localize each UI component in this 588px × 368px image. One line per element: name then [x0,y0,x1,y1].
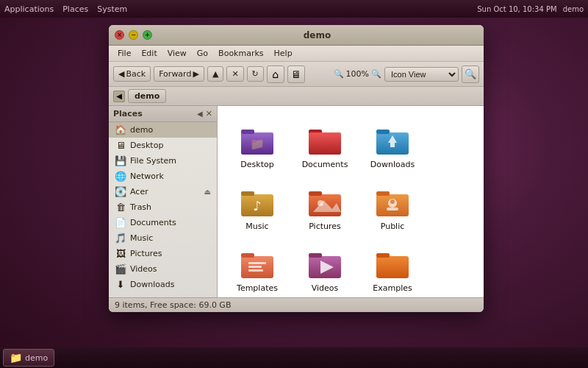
applications-menu[interactable]: Applications [4,4,54,14]
svg-rect-10 [390,143,395,147]
top-bar-right: Sun Oct 10, 10:34 PM demo [477,5,584,13]
file-item-videos[interactable]: Videos [293,237,357,296]
sidebar-item-trash[interactable]: 🗑 Trash [109,199,217,215]
svg-text:📁: 📁 [250,137,265,151]
user-label: demo [563,5,584,13]
file-label-music: Music [245,222,268,231]
file-label-videos: Videos [312,283,339,293]
home-icon: ⌂ [272,68,279,80]
close-button[interactable]: × [115,30,124,40]
taskbar-window-button[interactable]: 📁 demo [3,349,54,367]
zoom-in-icon[interactable]: 🔍 [371,69,381,79]
toolbar: ◀ Back Forward ▶ ▲ ✕ ↻ ⌂ 🖥 🔍 100% 🔍 Icon [109,62,484,87]
menu-bookmarks[interactable]: Bookmarks [214,47,268,60]
view-select[interactable]: Icon View List View Compact View [384,67,459,82]
forward-label: Forward [159,69,191,79]
window-title: demo [157,30,478,40]
file-grid: 📁 Desktop Documents [218,106,484,297]
sidebar-item-desktop[interactable]: 🖥 Desktop [109,138,217,153]
main-content: Places ◀ ✕ 🏠 demo 🖥 Desktop 💾 File Syste… [109,106,484,297]
places-menu[interactable]: Places [62,4,88,14]
sidebar-item-label-demo: demo [130,125,153,135]
sidebar-item-documents[interactable]: 📄 Documents [109,215,217,230]
eject-icon[interactable]: ⏏ [204,188,211,196]
zoom-out-icon[interactable]: 🔍 [334,69,344,79]
svg-rect-8 [376,130,390,134]
sidebar-item-videos[interactable]: 🎬 Videos [109,261,217,277]
file-item-documents[interactable]: Documents [293,113,357,172]
sidebar-item-acer[interactable]: 💽 Acer ⏏ [109,184,217,199]
forward-icon: ▶ [193,69,198,79]
documents-icon: 📄 [115,217,126,228]
sidebar-item-pictures[interactable]: 🖼 Pictures [109,246,217,261]
trash-icon: 🗑 [115,202,126,213]
taskbar-folder-icon: 📁 [10,352,22,364]
forward-button[interactable]: Forward ▶ [154,66,204,82]
file-label-downloads: Downloads [370,160,415,169]
file-item-music[interactable]: ♪ Music [225,175,290,234]
sidebar-close-icon[interactable]: ✕ [206,109,212,118]
sidebar-item-network[interactable]: 🌐 Network [109,169,217,184]
maximize-icon: + [145,32,150,38]
svg-rect-24 [241,253,254,258]
sidebar-item-downloads[interactable]: ⬇ Downloads [109,277,217,292]
menu-help[interactable]: Help [270,47,297,60]
music-icon: 🎵 [115,233,126,244]
sidebar-item-label-network: Network [130,171,164,181]
status-bar: 9 items, Free space: 69.0 GB [109,297,484,312]
zoom-level: 100% [346,69,369,79]
menu-go[interactable]: Go [193,47,212,60]
back-label: Back [126,69,146,79]
breadcrumb-folder[interactable]: demo [128,89,166,103]
folder-icon-public [375,184,410,219]
file-item-desktop[interactable]: 📁 Desktop [225,113,290,172]
reload-button[interactable]: ↻ [247,66,264,82]
sidebar-item-filesystem[interactable]: 💾 File System [109,153,217,169]
minimize-button[interactable]: − [129,30,138,40]
minimize-icon: − [131,32,136,38]
folder-icon-music: ♪ [240,184,275,219]
sidebar-item-music[interactable]: 🎵 Music [109,230,217,246]
stop-button[interactable]: ✕ [226,66,243,82]
svg-rect-31 [376,256,409,278]
menu-file[interactable]: File [113,47,135,60]
file-item-public[interactable]: Public [360,175,425,234]
sidebar-item-demo[interactable]: 🏠 demo [109,122,217,138]
menu-edit[interactable]: Edit [137,47,161,60]
back-button[interactable]: ◀ Back [113,66,151,82]
folder-icon-templates [240,246,275,281]
file-item-pictures[interactable]: Pictures [293,175,357,234]
pictures-icon: 🖼 [115,248,126,259]
file-label-documents: Documents [302,160,348,169]
back-icon: ◀ [118,69,124,79]
folder-icon-pictures [307,184,343,219]
top-bar-left: Applications Places System [4,4,127,14]
location-toggle[interactable]: ◀ [113,91,125,102]
videos-icon: 🎬 [115,263,126,275]
file-item-templates[interactable]: Templates [225,237,290,296]
svg-rect-29 [309,253,322,258]
file-item-examples[interactable]: Examples [360,237,425,296]
sidebar-item-label-desktop: Desktop [130,141,163,150]
folder-icon-documents [307,122,343,158]
acer-icon: 💽 [115,186,126,197]
reload-icon: ↻ [252,69,259,79]
sidebar-arrow-icon[interactable]: ◀ [197,110,203,118]
home-button[interactable]: ⌂ [267,66,284,83]
svg-rect-19 [376,191,390,196]
up-button[interactable]: ▲ [207,66,223,82]
maximize-button[interactable]: + [143,30,152,40]
svg-rect-15 [309,191,322,196]
search-button[interactable]: 🔍 [462,66,479,83]
menu-view[interactable]: View [163,47,191,60]
system-menu[interactable]: System [97,4,127,14]
file-item-downloads[interactable]: Downloads [360,113,425,172]
computer-button[interactable]: 🖥 [287,66,305,83]
svg-rect-26 [248,266,262,268]
taskbar-window-label: demo [25,353,48,363]
svg-rect-12 [241,191,254,196]
search-icon: 🔍 [465,68,476,79]
sidebar-item-label-pictures: Pictures [130,249,162,258]
zoom-area: 🔍 100% 🔍 [334,69,381,79]
sidebar-item-label-documents: Documents [130,218,176,227]
